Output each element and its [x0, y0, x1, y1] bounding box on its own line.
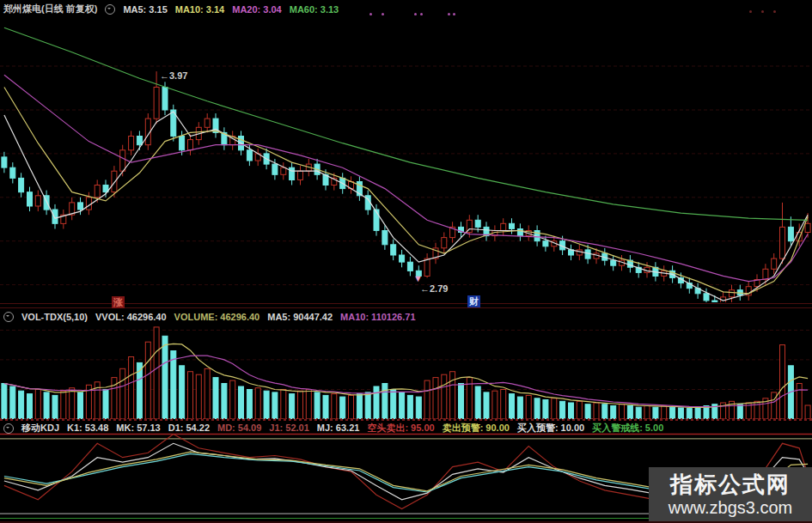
volume-bar	[222, 384, 227, 420]
volume-bar	[340, 397, 345, 419]
candle	[391, 245, 396, 255]
candle	[442, 238, 447, 248]
collapse-main-panel-icon[interactable]	[105, 4, 115, 15]
vol-label-1: VVOL: 46296.40	[95, 312, 167, 322]
volume-bar	[332, 394, 337, 419]
watermark-url: www.zbgs3.com	[669, 497, 793, 518]
volume-bar	[627, 406, 632, 420]
kdj-label-2: MK: 57.13	[116, 423, 160, 433]
low-marker: ▼	[413, 273, 423, 283]
volume-bar	[382, 384, 388, 420]
volume-bar	[653, 407, 658, 419]
candle	[730, 290, 735, 297]
volume-bar	[585, 404, 590, 419]
volume-bar	[501, 390, 506, 420]
volume-bar	[129, 357, 134, 420]
volume-bar	[314, 392, 320, 419]
volume-bar	[407, 395, 412, 419]
volume-bar	[611, 406, 616, 420]
collapse-kdj-panel-icon[interactable]	[3, 423, 14, 434]
volume-bar	[70, 388, 75, 419]
ma-label-3: MA60: 3.13	[290, 4, 339, 15]
decor-dot-6	[749, 10, 752, 13]
volume-bar	[255, 388, 260, 419]
candle	[188, 140, 193, 150]
volume-bar	[644, 406, 650, 420]
volume-bar	[323, 395, 328, 419]
volume-bar	[526, 395, 531, 419]
volume-bar	[52, 395, 58, 419]
candle	[407, 262, 412, 271]
vol-label-3: MA5: 90447.42	[267, 312, 333, 322]
volume-bar	[552, 398, 557, 419]
decor-dot-8	[773, 10, 776, 13]
candle	[290, 167, 295, 179]
volume-bar	[120, 368, 125, 419]
candle	[154, 88, 159, 119]
kdj-label-1: K1: 53.48	[67, 423, 108, 433]
volume-bar	[78, 392, 83, 419]
stock-chart-app: 郑州煤电(日线 前复权) MA5: 3.15MA10: 3.14MA20: 3.…	[0, 0, 812, 523]
candle	[298, 171, 303, 179]
collapse-volume-panel-icon[interactable]	[3, 312, 14, 322]
ma-label-1: MA10: 3.14	[175, 4, 224, 15]
volume-bar	[416, 397, 421, 419]
volume-bar	[459, 384, 464, 420]
volume-bar	[27, 394, 33, 419]
candle	[400, 255, 405, 262]
kdj-label-7: 空头卖出: 95.00	[367, 422, 434, 435]
candle	[763, 269, 768, 279]
price-ma-line-MA60	[4, 27, 808, 220]
low-price-label: ←2.79	[420, 283, 448, 294]
volume-bar	[281, 390, 286, 420]
volume-bar	[145, 342, 150, 419]
candle	[704, 294, 709, 301]
volume-bar	[230, 380, 235, 419]
kdj-label-0: 移动KDJ	[21, 422, 59, 435]
candle	[585, 250, 590, 258]
volume-chart-canvas[interactable]	[0, 321, 812, 419]
volume-bar	[517, 397, 522, 419]
volume-bar	[475, 386, 480, 419]
volume-bar	[534, 398, 540, 419]
volume-bar	[10, 386, 15, 419]
candle	[780, 227, 785, 258]
volume-bar	[780, 345, 785, 419]
candle	[205, 119, 210, 127]
volume-bar	[2, 384, 7, 420]
volume-bar	[560, 401, 565, 419]
decor-dot-0	[369, 13, 372, 15]
candle	[611, 260, 616, 265]
price-chart-canvas[interactable]	[0, 17, 812, 302]
decor-dot-2	[414, 13, 417, 15]
vol-label-0: VOL-TDX(5,10)	[21, 312, 88, 322]
ma-label-0: MA5: 3.15	[123, 4, 167, 15]
volume-bar	[569, 403, 574, 419]
kdj-value-labels: 移动KDJK1: 53.48MK: 57.13D1: 54.22MD: 54.0…	[21, 422, 671, 435]
candle	[27, 192, 33, 206]
candle	[35, 196, 40, 206]
candle	[475, 220, 480, 227]
decor-dot-3	[420, 13, 423, 15]
volume-bar	[239, 386, 244, 419]
decor-dot-5	[453, 13, 455, 15]
candle	[272, 164, 278, 174]
candle	[281, 167, 286, 174]
kdj-label-6: MJ: 63.21	[317, 423, 360, 433]
volume-bar	[510, 394, 515, 419]
volume-bar	[264, 391, 269, 419]
stock-title: 郑州煤电(日线 前复权)	[3, 3, 97, 15]
kdj-label-9: 买入预警: 10.00	[517, 422, 584, 435]
decor-dot-7	[761, 10, 764, 13]
volume-bar	[433, 378, 438, 419]
candle	[112, 171, 117, 192]
volume-bar	[442, 374, 447, 419]
volume-bar	[577, 401, 582, 419]
watermark-site-name: 指标公式网	[670, 471, 791, 497]
ma-label-2: MA20: 3.04	[232, 4, 281, 15]
decor-dot-4	[448, 13, 450, 15]
candle	[86, 198, 91, 210]
volume-bar	[180, 366, 185, 419]
volume-bar	[357, 394, 362, 419]
kdj-header: 移动KDJK1: 53.48MK: 57.13D1: 54.22MD: 54.0…	[3, 422, 671, 435]
